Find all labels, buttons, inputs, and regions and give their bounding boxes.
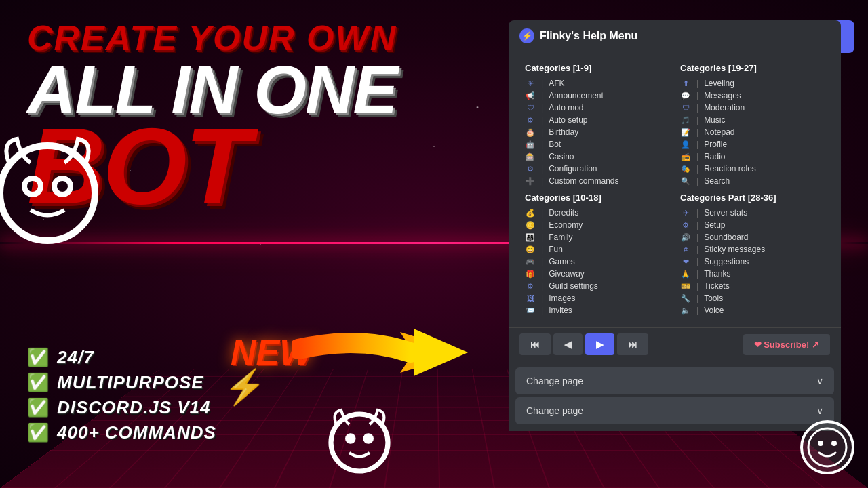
cat-icon: 📢 [525, 92, 536, 100]
svg-point-0 [0, 146, 95, 241]
nav-buttons: ⏮ ◀ ▶ ⏭ ❤ Subscribe! ↗ [509, 327, 841, 361]
svg-point-1 [24, 178, 41, 195]
svg-point-7 [345, 433, 356, 444]
cat-icon: 📝 [680, 128, 691, 137]
next-page-button[interactable]: ▶ [585, 333, 614, 355]
cat-item: 🖼|Images [525, 292, 669, 304]
cat-icon: 🎁 [525, 270, 536, 279]
cat-icon: ✈ [680, 209, 691, 218]
cat-icon: 🖼 [525, 294, 536, 302]
change-page-label-2: Change page [526, 405, 583, 416]
cat-icon: ⬆ [680, 79, 691, 88]
dropdown-arrow-1: ∨ [816, 375, 823, 386]
cat-icon: 🔊 [680, 233, 691, 242]
help-menu-card: ⚡ Flinky's Help Menu Categories [1-9] ✳|… [509, 20, 841, 431]
cat-icon: 💬 [680, 92, 691, 100]
svg-marker-9 [414, 329, 468, 376]
cat-item: 💬|Messages [680, 89, 825, 102]
change-page-dropdown-1[interactable]: Change page ∨ [515, 367, 834, 394]
dropdown-arrow-2: ∨ [816, 405, 823, 416]
cat-icon: 🎵 [680, 116, 691, 125]
cat-item: ✈|Server stats [680, 207, 825, 219]
cat-icon: 🎰 [525, 152, 536, 161]
category-section-19-27: Categories [19-27] ⬆|Leveling 💬|Messages… [675, 60, 830, 190]
cat-icon: 💰 [525, 209, 536, 218]
help-menu-header: ⚡ Flinky's Help Menu [509, 20, 841, 52]
cat-icon: 🎂 [525, 128, 536, 137]
cat-item: ⚙|Guild settings [525, 280, 669, 292]
cat-icon: 👨‍👩‍👧 [525, 233, 536, 242]
discord-mascot-left [0, 129, 115, 267]
cat-title-2: Categories [19-27] [680, 63, 825, 73]
cat-icon: ➕ [525, 177, 536, 186]
cat-icon: 🔧 [680, 294, 691, 303]
cat-item: #|Sticky messages [680, 243, 825, 256]
headline-top: CREATE YOUR OWN [27, 20, 448, 56]
svg-point-8 [363, 433, 374, 444]
feature-text-4: 400+ COMMANDS [57, 422, 216, 443]
feature-item-4: ✅ 400+ COMMANDS [27, 422, 216, 443]
cat-item: 📻|Radio [680, 150, 825, 163]
subscribe-button[interactable]: ❤ Subscribe! ↗ [743, 334, 830, 355]
cat-icon: 🛡 [680, 104, 691, 112]
feature-item-3: ✅ DISCORD.JS V14 [27, 397, 216, 418]
cat-icon: ⚙ [525, 165, 536, 174]
lightning-icon: ⚡ [224, 367, 266, 407]
last-page-button[interactable]: ⏭ [617, 333, 648, 355]
cat-item: 🎰|Casino [525, 150, 669, 163]
cat-title-4: Categories Part [28-36] [680, 192, 825, 203]
check-icon-4: ✅ [27, 422, 49, 443]
cat-item: ⚙|Configuration [525, 163, 669, 175]
smiley-face [800, 420, 854, 474]
check-icon-2: ✅ [27, 372, 49, 393]
cat-icon: 🎫 [680, 282, 691, 291]
cat-item: 📝|Notepad [680, 126, 825, 138]
cat-item: ⚙|Setup [680, 219, 825, 231]
cat-icon: ✳ [525, 79, 536, 88]
cat-icon: 📻 [680, 152, 691, 161]
cat-icon: ⚙ [680, 221, 691, 230]
help-menu-title: Flinky's Help Menu [540, 30, 637, 42]
cat-item: 🎁|Giveaway [525, 268, 669, 280]
cat-icon: 🙏 [680, 270, 691, 279]
cat-item: 🎫|Tickets [680, 280, 825, 292]
cat-icon: 🎭 [680, 165, 691, 174]
cat-item: 📢|Announcement [525, 89, 669, 102]
cat-icon: ⚙ [525, 282, 536, 291]
cat-title-3: Categories [10-18] [525, 192, 669, 203]
features-list: ✅ 24/7 ✅ MULTIPURPOSE ✅ DISCORD.JS V14 ✅… [27, 347, 216, 447]
feature-text-2: MULTIPURPOSE [57, 372, 204, 393]
cat-item: 📨|Invites [525, 304, 669, 317]
svg-point-11 [818, 441, 823, 446]
help-menu-body: Categories [1-9] ✳|AFK 📢|Announcement 🛡|… [509, 52, 841, 327]
cat-item: 😄|Fun [525, 243, 669, 256]
cat-icon: 🎮 [525, 258, 536, 266]
cat-icon: 👤 [680, 140, 691, 149]
cat-item: ➕|Custom commands [525, 175, 669, 187]
cat-item: ❤|Suggestions [680, 256, 825, 268]
cat-item: 🔊|Soundboard [680, 231, 825, 243]
cat-item: 👤|Profile [680, 138, 825, 150]
cat-item: 👨‍👩‍👧|Family [525, 231, 669, 243]
arrow [292, 319, 468, 386]
category-section-28-36: Categories Part [28-36] ✈|Server stats ⚙… [675, 190, 830, 319]
cat-icon: 😄 [525, 245, 536, 254]
check-icon-1: ✅ [27, 347, 49, 368]
first-page-button[interactable]: ⏮ [519, 333, 551, 355]
feature-text-3: DISCORD.JS V14 [57, 397, 210, 418]
prev-page-button[interactable]: ◀ [553, 333, 583, 355]
cat-icon: 🛡 [525, 104, 536, 112]
cat-icon: ⚙ [525, 116, 536, 125]
cat-item: 🎮|Games [525, 256, 669, 268]
check-icon-3: ✅ [27, 397, 49, 418]
cat-icon: 🤖 [525, 140, 536, 149]
cat-item: ✳|AFK [525, 77, 669, 89]
cat-item: 🎭|Reaction roles [680, 163, 825, 175]
cat-title-1: Categories [1-9] [525, 63, 669, 73]
cat-item: ⬆|Leveling [680, 77, 825, 89]
cat-icon: 🪙 [525, 221, 536, 230]
cat-item: 💰|Dcredits [525, 207, 669, 219]
change-page-dropdown-2[interactable]: Change page ∨ [515, 397, 834, 424]
svg-point-2 [54, 178, 71, 195]
cat-icon: # [680, 245, 691, 253]
